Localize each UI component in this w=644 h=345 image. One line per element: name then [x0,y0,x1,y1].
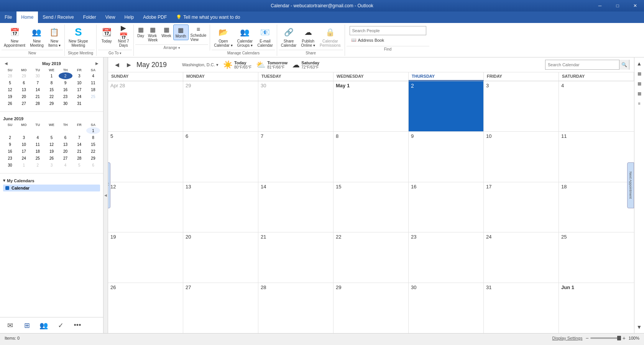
mini-cal-day[interactable]: 7 [72,134,86,141]
new-appointment-button[interactable]: 📅 NewAppointment [2,25,28,49]
mini-cal-day[interactable]: 24 [17,155,31,162]
mini-cal-day[interactable]: 30 [31,72,44,79]
schedule-view-button[interactable]: ≡ ScheduleView [189,25,209,43]
cal-cell-may17[interactable]: 17 [484,182,559,232]
cal-cell-may13[interactable]: 13 [183,182,258,232]
mini-cal-day[interactable]: 19 [44,148,58,155]
mini-cal-day[interactable]: 14 [31,86,44,93]
maximize-button[interactable]: □ [609,0,626,11]
mini-cal-day[interactable]: 21 [72,148,86,155]
nav-calendar-button[interactable]: ⊞ [20,319,34,332]
menu-tell-me[interactable]: 💡 Tell me what you want to do [171,11,245,23]
mini-cal-day[interactable]: 8 [86,134,100,141]
nav-more-button[interactable]: ••• [71,319,84,332]
nav-mail-button[interactable]: ✉ [3,319,17,332]
mini-cal-day[interactable]: 22 [86,148,100,155]
mini-cal-day[interactable]: 18 [31,148,44,155]
menu-file[interactable]: File [0,11,16,23]
week-view-button[interactable]: ▦ Week [159,25,173,39]
today-button[interactable]: 📆 Today [98,25,115,45]
mini-cal-day[interactable]: 2 [3,134,17,141]
cal-cell-may28[interactable]: 28 [258,283,334,333]
mini-cal-day[interactable]: 31 [72,100,86,107]
mini-cal-day[interactable]: 12 [44,141,58,148]
cal-prev-month-button[interactable]: ◀ [113,61,122,69]
cal-cell-may3[interactable]: 3 [484,81,559,131]
search-people-input[interactable] [350,26,426,35]
next-appointment-tab[interactable]: Next Appointment [627,162,634,208]
zoom-slider[interactable] [590,337,621,339]
mini-cal-day[interactable]: 11 [31,141,44,148]
calendar-search-input[interactable] [545,62,619,68]
work-week-button[interactable]: ▦ WorkWeek [146,25,159,44]
new-skype-meeting-button[interactable]: S New SkypeMeeting [66,25,90,49]
mini-cal-today[interactable]: 2 [59,72,72,79]
cal-cell-may8[interactable]: 8 [334,132,409,182]
menu-folder[interactable]: Folder [79,11,101,23]
open-calendar-button[interactable]: 📂 OpenCalendar ▾ [212,25,235,49]
mini-cal-day[interactable]: 28 [31,100,44,107]
mini-cal-day[interactable]: 10 [72,79,86,86]
cal-cell-may31[interactable]: 31 [484,283,559,333]
mini-cal-day[interactable]: 24 [72,93,86,100]
next-7-days-button[interactable]: ▶📅 Next 7Days [115,25,132,49]
mini-cal-day[interactable]: 27 [59,155,72,162]
mini-cal-day[interactable]: 13 [59,141,72,148]
mini-cal-day[interactable]: 1 [44,72,58,79]
mini-cal-day[interactable]: 7 [31,79,44,86]
mini-cal-day[interactable]: 19 [3,93,17,100]
cal-cell-may27[interactable]: 27 [183,283,258,333]
mini-cal-day[interactable]: 2 [31,162,44,168]
mini-cal-day[interactable]: 13 [17,86,31,93]
cal-cell-may21[interactable]: 21 [258,232,334,283]
cal-cell-may4[interactable]: 4 [559,81,634,131]
mini-cal-day[interactable]: 26 [44,155,58,162]
mini-cal-day[interactable]: 4 [31,134,44,141]
cal-cell-may14[interactable]: 14 [258,182,334,232]
mini-cal-day[interactable]: 5 [72,162,86,168]
new-meeting-button[interactable]: 👥 NewMeeting [28,25,46,49]
mini-cal-day[interactable]: 15 [44,86,58,93]
menu-home[interactable]: Home [16,11,38,23]
right-mini-scroll-up[interactable]: ▲ [635,59,644,68]
mini-cal-day[interactable]: 3 [72,72,86,79]
cal-cell-may23[interactable]: 23 [409,232,484,283]
cal-cell-may18[interactable]: 18 [559,182,634,232]
new-items-button[interactable]: 📋 NewItems ▾ [46,25,63,49]
mini-cal-day[interactable]: 23 [3,155,17,162]
nav-tasks-button[interactable]: ✓ [54,319,67,332]
menu-send-receive[interactable]: Send / Receive [38,11,78,23]
mini-cal-day[interactable]: 17 [72,86,86,93]
mini-cal-day[interactable]: 30 [3,162,17,168]
nav-people-button[interactable]: 👥 [37,319,51,332]
address-book-button[interactable]: 📖 Address Book [350,36,426,44]
cal-cell-may19[interactable]: 19 [108,232,183,283]
cal-cell-may9[interactable]: 9 [409,132,484,182]
right-mini-schedule-icon[interactable]: ≡ [635,99,644,108]
mini-cal-day[interactable]: 29 [44,100,58,107]
my-calendars-header[interactable]: ▾ My Calendars [3,178,100,183]
mini-cal-day[interactable]: 16 [59,86,72,93]
mini-cal-day[interactable]: 5 [44,134,58,141]
mini-cal-day[interactable]: 6 [59,134,72,141]
mini-cal-day[interactable]: 28 [72,155,86,162]
menu-adobe-pdf[interactable]: Adobe PDF [138,11,171,23]
menu-help[interactable]: Help [120,11,139,23]
cal-cell-may24[interactable]: 24 [484,232,559,283]
mini-cal-day[interactable]: 15 [86,141,100,148]
cal-cell-may2-today[interactable]: 2 [409,81,484,131]
cal-cell-may10[interactable]: 10 [484,132,559,182]
mini-cal-day[interactable]: 25 [86,93,100,100]
zoom-in-button[interactable]: + [623,335,626,341]
mini-cal-day[interactable]: 10 [17,141,31,148]
mini-cal-day[interactable]: 3 [17,134,31,141]
mini-cal-day[interactable]: 9 [59,79,72,86]
mini-cal-day[interactable]: 18 [86,86,100,93]
right-mini-scroll-down[interactable]: ▼ [635,322,644,332]
mini-cal-day[interactable]: 22 [44,93,58,100]
mini-cal-day[interactable]: 23 [59,93,72,100]
right-mini-week-icon[interactable]: ▦ [635,79,644,88]
cal-cell-apr30[interactable]: 30 [258,81,334,131]
display-settings-button[interactable]: Display Settings [552,336,583,340]
cal-cell-jun1[interactable]: Jun 1 [559,283,634,333]
